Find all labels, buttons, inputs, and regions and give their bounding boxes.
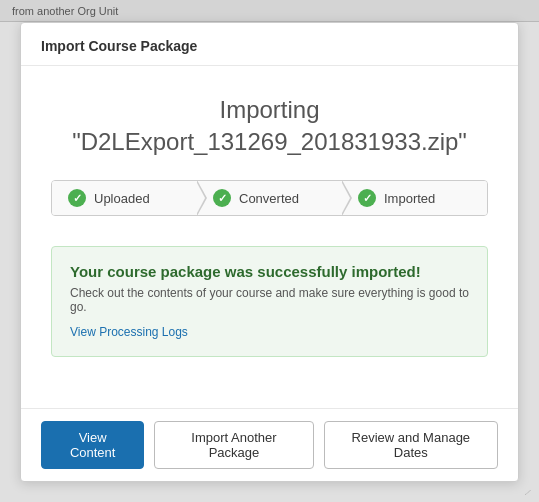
step-imported-label: Imported xyxy=(384,191,435,206)
dialog-body: Importing "D2LExport_131269_201831933.zi… xyxy=(21,66,518,408)
success-description: Check out the contents of your course an… xyxy=(70,286,469,314)
dialog-overlay: from another Org Unit Import Course Pack… xyxy=(0,0,539,502)
imported-check-icon xyxy=(358,189,376,207)
step-converted-label: Converted xyxy=(239,191,299,206)
importing-label: Importing xyxy=(219,96,319,124)
view-logs-link[interactable]: View Processing Logs xyxy=(70,325,188,339)
dialog-header: Import Course Package xyxy=(21,23,518,66)
success-message: Your course package was successfully imp… xyxy=(70,263,469,280)
resize-handle: ⟋ xyxy=(522,487,533,498)
dialog-title: Import Course Package xyxy=(41,38,197,54)
review-dates-button[interactable]: Review and Manage Dates xyxy=(324,421,498,469)
step-uploaded-label: Uploaded xyxy=(94,191,150,206)
success-section: Your course package was successfully imp… xyxy=(51,246,488,357)
top-bar: from another Org Unit xyxy=(0,0,539,22)
dialog-footer: View Content Import Another Package Revi… xyxy=(21,408,518,481)
uploaded-check-icon xyxy=(68,189,86,207)
importing-filename: "D2LExport_131269_201831933.zip" xyxy=(72,128,467,156)
top-bar-text: from another Org Unit xyxy=(12,5,118,17)
steps-bar: Uploaded Converted Imported xyxy=(51,180,488,216)
step-uploaded: Uploaded xyxy=(52,181,197,215)
step-imported: Imported xyxy=(342,181,487,215)
converted-check-icon xyxy=(213,189,231,207)
step-converted: Converted xyxy=(197,181,342,215)
import-another-button[interactable]: Import Another Package xyxy=(154,421,313,469)
view-content-button[interactable]: View Content xyxy=(41,421,144,469)
import-dialog: Import Course Package Importing "D2LExpo… xyxy=(20,22,519,482)
